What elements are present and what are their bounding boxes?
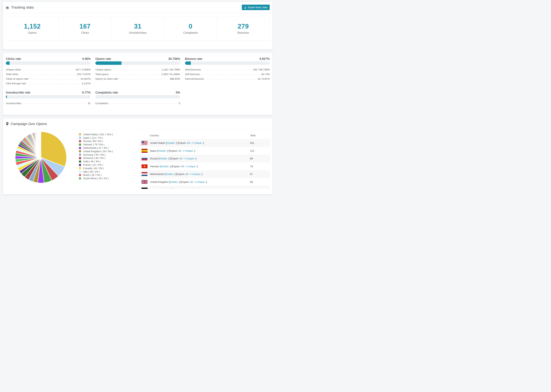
geo-table-row-united-kingdom: United Kingdom [Details ›] [Export: All …	[140, 178, 270, 186]
export-all-link-netherlands[interactable]: All ›	[185, 173, 190, 175]
legend-swatch	[79, 150, 81, 152]
legend-label: France ( 42 / 2% )	[83, 163, 103, 166]
export-unique-link-netherlands[interactable]: Unique ›	[192, 173, 202, 175]
dotted-leader	[20, 74, 76, 75]
stat-label-unsubscribes: Unsubscribes	[129, 31, 147, 35]
export-basic-stats-button[interactable]: Export basic stats	[242, 5, 270, 10]
rate-progress-fill	[6, 61, 10, 65]
rate-progress-track	[95, 95, 180, 98]
stat-unsubscribes: 31Unsubscribes	[111, 17, 164, 41]
details-link-russia[interactable]: Details ›	[159, 157, 169, 160]
dotted-leader	[30, 79, 79, 79]
export-unique-link-spain[interactable]: Unique ›	[185, 149, 194, 152]
legend-label: Italy ( 36 / 2% )	[83, 170, 100, 173]
geo-opens-card: Campaign Geo Opens United States ( 541 /…	[3, 118, 273, 195]
stats-summary-row: 1,152Opens167Clicks31Unsubscribes0Compla…	[6, 17, 270, 41]
rate-detail-label: Total opens	[95, 73, 108, 75]
legend-swatch	[79, 167, 81, 169]
geo-country-cell: Spain [Details ›] [Export: All › / Uniqu…	[150, 149, 250, 152]
rate-detail-row-unsubscribes: Unsubscribes31	[6, 101, 91, 105]
geo-content: United States ( 541 / 31% )Spain ( 121 /…	[6, 129, 270, 193]
legend-swatch	[79, 157, 81, 159]
stat-value-clicks: 167	[79, 23, 91, 30]
details-link-vietnam[interactable]: Details ›	[161, 165, 170, 168]
export-unique-link-united-kingdom[interactable]: Unique ›	[197, 181, 206, 183]
rate-section-opens-rate: Opens rate30.736%Unique opens1,152 / 30.…	[95, 57, 180, 86]
rate-detail-row-click-through-rate: Click through rate4.147%	[6, 81, 91, 86]
details-link-germany[interactable]: Details ›	[162, 188, 171, 189]
legend-swatch	[79, 170, 81, 173]
rate-detail-value: 14.497%	[80, 78, 91, 80]
legend-item-russia: Russia ( 86 / 5% )	[79, 140, 113, 143]
flag-us-icon	[141, 141, 148, 145]
legend-item-spain: Spain ( 121 / 7% )	[79, 136, 113, 140]
tracking-stats-header: Tracking stats Export basic stats	[6, 2, 270, 13]
tracking-stats-card: Tracking stats Export basic stats 1,152O…	[3, 2, 273, 49]
rate-detail-label: Unsubscribes	[6, 102, 21, 105]
rate-section-title: Unsubscribe rate	[6, 91, 30, 94]
export-icon	[244, 6, 247, 9]
rate-detail-value: 31	[88, 102, 91, 105]
legend-swatch	[79, 161, 81, 163]
details-link-spain[interactable]: Details ›	[158, 149, 167, 152]
rate-detail-label: Unique clicks	[6, 68, 21, 71]
flag-de	[141, 188, 148, 189]
legend-item-india: India ( 46 / 3% )	[79, 160, 113, 163]
stat-label-complaints: Complaints	[183, 31, 198, 35]
rate-detail-row-soft-bounces: Soft bounces18 / 0%	[185, 72, 270, 77]
stat-clicks: 167Clicks	[58, 17, 111, 41]
legend-swatch	[79, 177, 81, 180]
rate-section-unsubscribe-rate: Unsubscribe rate0.77%Unsubscribes31	[6, 91, 91, 105]
legend-item-south-africa: South Africa ( 29 / 2% )	[79, 177, 113, 180]
rate-detail-rows: Unsubscribes31	[6, 101, 91, 105]
flag-nl	[141, 172, 148, 176]
details-link-united-kingdom[interactable]: Details ›	[170, 181, 179, 183]
rate-detail-label: Hard bounces	[185, 68, 201, 71]
export-button-label: Export basic stats	[248, 6, 268, 9]
rate-section-header: Unsubscribe rate0.77%	[6, 91, 91, 94]
legend-label: Netherlands ( 67 / 4% )	[83, 147, 109, 149]
export-all-link-united-states[interactable]: All ›	[187, 141, 191, 144]
rate-detail-rows: Hard bounces242 / 86.738%Soft bounces18 …	[185, 67, 270, 81]
export-unique-link-united-states[interactable]: Unique ›	[194, 141, 203, 144]
export-unique-link-russia[interactable]: Unique ›	[186, 157, 196, 160]
flag-gb-icon	[141, 180, 148, 184]
geo-total-cell: 86	[250, 157, 270, 160]
rate-section-title: Clicks rate	[6, 57, 21, 61]
geo-table-row-germany: Germany [Details ›] [Export: All › / Uni…	[140, 186, 270, 189]
legend-swatch	[79, 147, 81, 149]
dotted-leader	[113, 70, 160, 70]
legend-item-romania: Romania ( 49 / 3% )	[79, 156, 113, 160]
rate-detail-rows: Unique clicks167 / 4.456%Total clicks220…	[6, 67, 91, 86]
geo-header: Campaign Geo Opens	[6, 118, 270, 129]
flag-vn-icon	[141, 164, 148, 168]
export-all-link-russia[interactable]: All ›	[179, 157, 184, 160]
legend-item-france: France ( 42 / 2% )	[79, 163, 113, 167]
flag-us	[141, 141, 148, 145]
flag-gb	[141, 180, 148, 184]
legend-label: Canada ( 40 / 2% )	[83, 167, 104, 170]
geo-pie-svg	[15, 131, 67, 183]
legend-swatch	[79, 164, 81, 166]
rate-detail-value: 18 / 0%	[261, 73, 270, 75]
geo-country-cell: Germany [Details ›] [Export: All › / Uni…	[150, 188, 250, 189]
export-all-link-vietnam[interactable]: All ›	[181, 165, 185, 168]
geo-pie-chart	[15, 131, 67, 183]
export-all-link-united-kingdom[interactable]: All ›	[190, 181, 194, 183]
details-link-netherlands[interactable]: Details ›	[165, 173, 175, 175]
export-all-link-spain[interactable]: All ›	[178, 149, 183, 152]
legend-label: India ( 46 / 3% )	[83, 160, 101, 163]
export-unique-link-germany[interactable]: Unique ›	[189, 188, 198, 189]
legend-label: Vietnam ( 79 / 5% )	[83, 143, 104, 146]
map-pin-icon	[6, 122, 9, 126]
details-link-united-states[interactable]: Details ›	[167, 141, 176, 144]
export-unique-link-vietnam[interactable]: Unique ›	[188, 165, 197, 168]
legend-label: Russia ( 86 / 5% )	[83, 140, 103, 142]
flag-ru	[141, 156, 148, 161]
geo-total-cell: 541	[250, 141, 270, 144]
rate-section-header: Bounce rate6.927%	[185, 57, 270, 61]
export-all-link-germany[interactable]: All ›	[182, 188, 186, 189]
rate-detail-label: Opens to clicks rate	[95, 78, 118, 80]
rates-grid: Clicks rate4.46%Unique clicks167 / 4.456…	[6, 57, 270, 105]
legend-swatch	[79, 143, 81, 146]
